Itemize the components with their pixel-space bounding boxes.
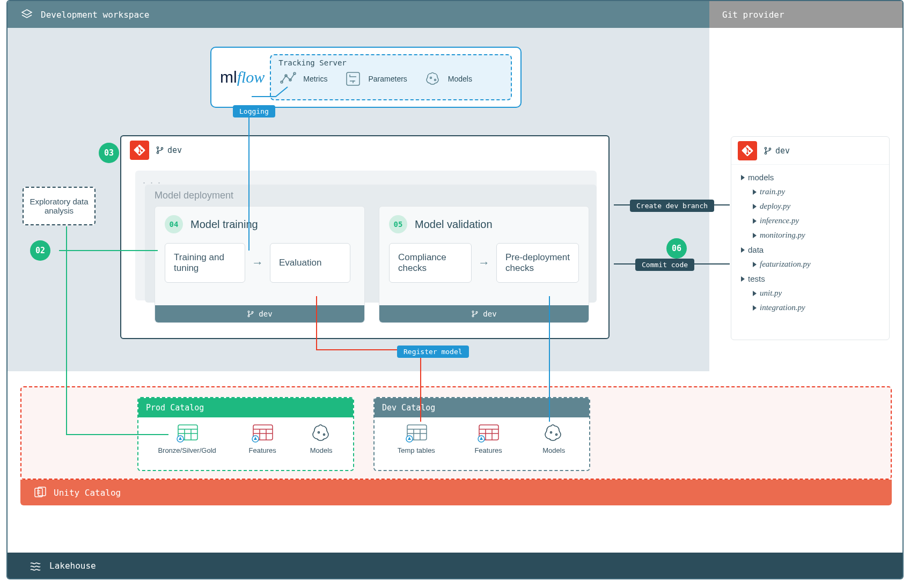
step-05: 05 — [389, 215, 407, 233]
repo-panel: dev models train.py deploy.py inference.… — [731, 136, 890, 340]
dev-workspace-title: Development workspace — [41, 10, 149, 20]
model-training-card: 04 Model training Training and tuning → … — [155, 206, 365, 323]
file-integration: integration.py — [741, 300, 879, 315]
table-icon — [404, 423, 429, 443]
dev-models: Models — [541, 423, 566, 454]
compliance-checks-box: Compliance checks — [389, 243, 472, 283]
models-item: Models — [423, 69, 472, 89]
git-icon — [130, 141, 149, 160]
prod-catalog: Prod Catalog Bronze/Silver/Gold Features… — [137, 397, 354, 471]
brain-icon — [423, 69, 443, 89]
prod-tables: Bronze/Silver/Gold — [158, 423, 216, 454]
step-04: 04 — [165, 215, 183, 233]
prod-features: Features — [249, 423, 276, 454]
svg-point-13 — [472, 311, 474, 312]
svg-point-32 — [323, 434, 325, 436]
folder-data: data — [741, 242, 879, 257]
file-deploy: deploy.py — [741, 199, 879, 214]
svg-point-5 — [430, 77, 431, 79]
predeploy-checks-box: Pre-deployment checks — [496, 243, 579, 283]
parameters-icon — [343, 69, 363, 89]
ide-box: dev . . . Model deployment 04 Model trai… — [120, 135, 610, 339]
eda-box: Exploratory data analysis — [23, 187, 96, 225]
dev-catalog: Dev Catalog Temp tables Features Models — [373, 397, 590, 471]
lakehouse-icon — [29, 559, 42, 572]
svg-point-6 — [434, 79, 436, 81]
repo-branch: dev — [764, 146, 790, 156]
svg-point-17 — [765, 152, 766, 154]
dev-temp-tables: Temp tables — [398, 423, 435, 454]
dev-workspace-header: Development workspace — [8, 1, 709, 28]
dev-workspace-body: mlflow Tracking Server Metrics Parameter… — [8, 28, 709, 371]
branch-icon — [471, 310, 479, 318]
register-model-label: Register model — [397, 346, 469, 358]
layers-icon — [20, 8, 33, 21]
folder-models: models — [741, 170, 879, 185]
dev-catalog-title: Dev Catalog — [375, 398, 589, 417]
branch-icon — [247, 310, 254, 318]
svg-point-7 — [157, 147, 158, 149]
catalog-zone: 01 Prod Catalog Bronze/Silver/Gold Featu… — [8, 371, 902, 555]
metrics-icon — [278, 69, 298, 89]
logging-label: Logging — [233, 105, 275, 117]
svg-rect-4 — [347, 72, 359, 85]
svg-point-45 — [551, 432, 552, 433]
svg-point-46 — [556, 434, 557, 436]
diagram-frame: Development workspace Git provider mlflo… — [6, 0, 904, 579]
svg-point-18 — [769, 148, 770, 150]
prod-models: Models — [309, 423, 334, 454]
brain-icon — [541, 423, 566, 443]
step-06: 06 — [666, 238, 687, 259]
arrow-icon: → — [252, 256, 263, 270]
model-validation-card: 05 Model validation Compliance checks → … — [379, 206, 589, 323]
brain-icon — [309, 423, 334, 443]
tracking-title: Tracking Server — [278, 58, 503, 67]
svg-point-12 — [252, 312, 253, 313]
mlflow-logo: mlflow — [220, 68, 265, 86]
dev-features: Features — [474, 423, 502, 454]
model-deployment-label: Model deployment — [155, 190, 233, 201]
svg-point-10 — [248, 311, 249, 312]
git-provider-title: Git provider — [722, 10, 784, 20]
table-icon — [250, 423, 275, 443]
prod-catalog-title: Prod Catalog — [138, 398, 353, 417]
catalog-icon — [33, 486, 46, 499]
svg-point-8 — [157, 152, 158, 153]
svg-point-11 — [248, 315, 249, 317]
file-featurization: featurization.py — [741, 257, 879, 271]
file-train: train.py — [741, 185, 879, 199]
file-unit: unit.py — [741, 286, 879, 300]
file-inference: inference.py — [741, 214, 879, 228]
git-provider-header: Git provider — [709, 1, 904, 28]
unity-catalog-bar: Unity Catalog — [20, 480, 892, 505]
folder-tests: tests — [741, 271, 879, 286]
create-branch-label: Create dev branch — [630, 200, 714, 212]
metrics-item: Metrics — [278, 69, 327, 89]
mlflow-box: mlflow Tracking Server Metrics Parameter… — [210, 47, 522, 108]
git-icon — [738, 141, 757, 160]
branch-icon — [764, 146, 772, 155]
svg-point-16 — [765, 147, 766, 149]
tracking-server-box: Tracking Server Metrics Parameters Model… — [270, 54, 512, 100]
ide-branch: dev — [156, 145, 182, 155]
training-tuning-box: Training and tuning — [165, 243, 245, 283]
branch-icon — [156, 146, 164, 155]
svg-point-14 — [472, 315, 474, 317]
arrow-icon: → — [478, 256, 490, 270]
evaluation-box: Evaluation — [270, 243, 350, 283]
lakehouse-bar: Lakehouse — [8, 553, 902, 578]
svg-point-31 — [318, 432, 319, 433]
step-02: 02 — [30, 240, 50, 261]
parameters-item: Parameters — [343, 69, 407, 89]
file-monitoring: monitoring.py — [741, 228, 879, 242]
git-provider-body: dev models train.py deploy.py inference.… — [709, 28, 904, 371]
svg-point-15 — [476, 312, 478, 313]
step-03: 03 — [99, 143, 119, 163]
table-icon — [175, 423, 200, 443]
table-icon — [476, 423, 501, 443]
svg-point-9 — [161, 148, 163, 149]
repo-tree: models train.py deploy.py inference.py m… — [731, 165, 889, 320]
commit-code-label: Commit code — [635, 259, 694, 271]
